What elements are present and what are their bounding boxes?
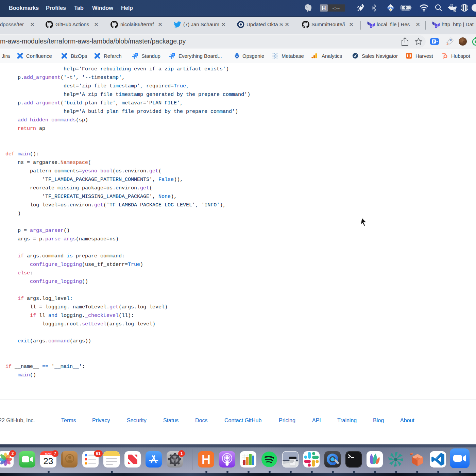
svg-text:H: H: [202, 453, 210, 466]
svg-text:23: 23: [44, 456, 53, 466]
svg-text:-:--: -:--: [333, 6, 340, 11]
svg-text:H: H: [322, 5, 326, 11]
svg-text:MAR: MAR: [45, 452, 51, 455]
